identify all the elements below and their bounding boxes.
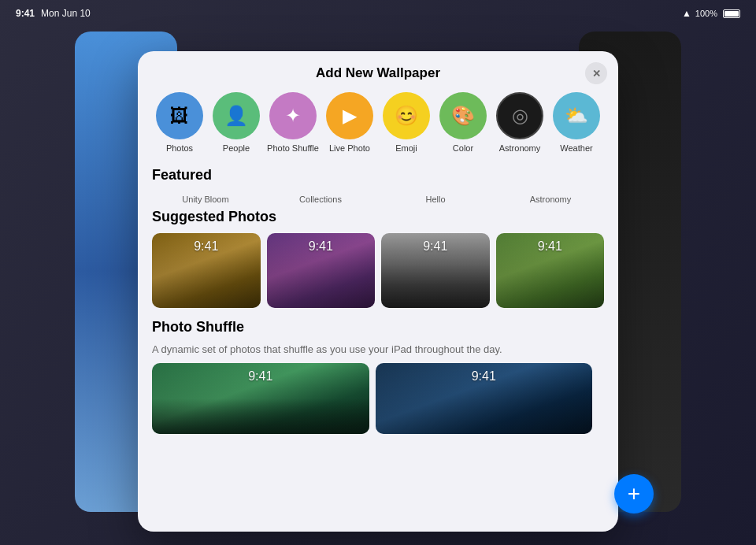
collections-label: Collections	[267, 195, 374, 204]
astronomy-label: Astronomy	[499, 143, 541, 153]
unity-bloom-label: Unity Bloom	[152, 195, 259, 204]
photos-label: Photos	[166, 143, 193, 153]
featured-item-unity-bloom[interactable]: 9:41 ❋ ✿ ✿ ✦ Unity Bloom	[152, 191, 259, 204]
close-button[interactable]: ✕	[585, 62, 607, 84]
type-icon-live-photo[interactable]: ▶ Live Photo	[323, 92, 376, 153]
modal-title: Add New Wallpaper	[138, 51, 618, 92]
color-label: Color	[453, 143, 473, 153]
photo-shuffle-label: Photo Shuffle	[267, 143, 319, 153]
suggested-photo-4[interactable]: 9:41	[496, 233, 605, 308]
battery-icon: 100%	[695, 9, 717, 18]
people-icon: 👤	[224, 105, 248, 127]
suggested-photo-2-time: 9:41	[267, 239, 376, 254]
suggested-photos-section: Suggested Photos 9:41 9:41 9:41 9:41	[152, 209, 604, 308]
weather-label: Weather	[560, 143, 592, 153]
type-icon-photo-shuffle[interactable]: ✦ Photo Shuffle	[266, 92, 320, 153]
status-time: 9:41	[16, 8, 35, 19]
shuffle-card-2[interactable]: 9:41	[376, 363, 593, 434]
featured-item-hello[interactable]: 9:41 hello Hello	[382, 191, 489, 204]
suggested-photo-1-time: 9:41	[152, 239, 261, 254]
suggested-photo-3-time: 9:41	[381, 239, 490, 254]
type-icon-color[interactable]: 🎨 Color	[436, 92, 490, 153]
type-icon-emoji[interactable]: 😊 Emoji	[380, 92, 433, 153]
wifi-icon: ▲	[682, 8, 691, 19]
photo-shuffle-icon: ✦	[285, 105, 301, 127]
suggested-photos-grid: 9:41 9:41 9:41 9:41	[152, 233, 604, 308]
hello-label: Hello	[382, 195, 489, 204]
battery-bar	[723, 9, 740, 18]
photo-shuffle-section: Photo Shuffle A dynamic set of photos th…	[152, 319, 604, 434]
status-date: Mon Jun 10	[41, 8, 91, 19]
photos-icon: 🖼	[170, 105, 189, 127]
featured-item-collections[interactable]: 9:41 Collections	[267, 191, 374, 204]
featured-grid: 9:41 ❋ ✿ ✿ ✦ Unity Bloom 9:41	[152, 191, 604, 204]
modal-content: Featured 9:41 ❋ ✿ ✿ ✦ Unity Bloom	[138, 164, 618, 532]
wallpaper-type-icons-row: 🖼 Photos 👤 People ✦ Photo Shuffle ▶ Live…	[138, 92, 618, 164]
shuffle-2-time: 9:41	[376, 369, 593, 384]
live-photo-icon: ▶	[343, 105, 357, 127]
suggested-photos-title: Suggested Photos	[152, 209, 604, 225]
astronomy-featured-label: Astronomy	[497, 195, 604, 204]
photo-shuffle-title: Photo Shuffle	[152, 319, 604, 336]
weather-icon: ⛅	[565, 105, 588, 127]
featured-section: Featured 9:41 ❋ ✿ ✿ ✦ Unity Bloom	[152, 167, 604, 204]
live-photo-label: Live Photo	[329, 143, 370, 153]
suggested-photo-3[interactable]: 9:41	[381, 233, 490, 308]
emoji-label: Emoji	[395, 143, 417, 153]
photo-shuffle-description: A dynamic set of photos that shuffle as …	[152, 343, 604, 355]
suggested-photo-2[interactable]: 9:41	[267, 233, 376, 308]
astronomy-icon: ◎	[512, 105, 528, 127]
suggested-photo-4-time: 9:41	[496, 239, 605, 254]
type-icon-people[interactable]: 👤 People	[209, 92, 263, 153]
type-icon-photos[interactable]: 🖼 Photos	[153, 92, 206, 153]
shuffle-1-time: 9:41	[152, 369, 369, 384]
shuffle-card-1[interactable]: 9:41	[152, 363, 369, 434]
status-bar: 9:41 Mon Jun 10 ▲ 100%	[0, 8, 756, 19]
type-icon-weather[interactable]: ⛅ Weather	[550, 92, 603, 153]
featured-title: Featured	[152, 167, 604, 184]
suggested-photo-1[interactable]: 9:41	[152, 233, 261, 308]
add-wallpaper-fab[interactable]: +	[614, 474, 654, 513]
featured-item-astronomy[interactable]: 9:41 Astronomy	[497, 191, 604, 204]
emoji-icon: 😊	[395, 105, 418, 127]
shuffle-grid: 9:41 9:41	[152, 363, 604, 434]
color-icon: 🎨	[451, 105, 475, 127]
add-wallpaper-modal: ✕ Add New Wallpaper 🖼 Photos 👤 People ✦ …	[138, 51, 618, 532]
type-icon-astronomy[interactable]: ◎ Astronomy	[493, 92, 547, 153]
people-label: People	[223, 143, 250, 153]
